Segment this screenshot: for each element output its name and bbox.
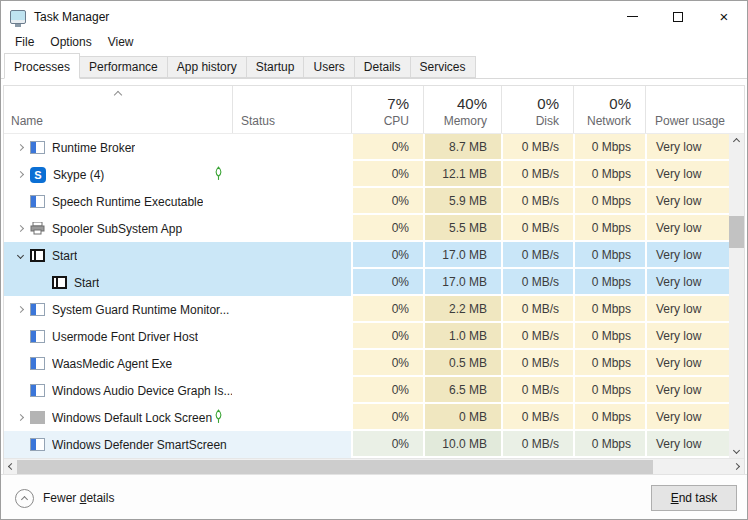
disk-cell[interactable]: 0 MB/s xyxy=(501,350,573,377)
power-cell[interactable]: Very low xyxy=(645,350,731,377)
disk-cell[interactable]: 0 MB/s xyxy=(501,215,573,242)
table-row[interactable]: S Skype (4) 0% 12.1 MB 0 MB/s 0 Mbps Ver… xyxy=(4,161,729,188)
status-cell[interactable] xyxy=(232,188,351,215)
tab-processes[interactable]: Processes xyxy=(4,53,80,79)
table-row[interactable]: Windows Audio Device Graph Is... 0% 6.5 … xyxy=(4,377,729,404)
network-cell[interactable]: 0 Mbps xyxy=(573,350,645,377)
network-cell[interactable]: 0 Mbps xyxy=(573,296,645,323)
cpu-cell[interactable]: 0% xyxy=(351,134,423,161)
memory-cell[interactable]: 12.1 MB xyxy=(423,161,501,188)
status-cell[interactable] xyxy=(232,323,351,350)
scroll-down-button[interactable] xyxy=(729,443,744,458)
status-cell[interactable] xyxy=(232,269,351,296)
name-cell[interactable]: Usermode Font Driver Host xyxy=(4,323,232,350)
status-cell[interactable] xyxy=(232,161,351,188)
status-cell[interactable] xyxy=(232,404,351,431)
disk-cell[interactable]: 0 MB/s xyxy=(501,323,573,350)
cpu-cell[interactable]: 0% xyxy=(351,323,423,350)
tab-details[interactable]: Details xyxy=(354,56,411,78)
column-header-cpu[interactable]: 7% CPU xyxy=(351,86,423,133)
name-cell[interactable]: S Skype (4) xyxy=(4,161,232,188)
tab-users[interactable]: Users xyxy=(303,56,354,78)
cpu-cell[interactable]: 0% xyxy=(351,215,423,242)
network-cell[interactable]: 0 Mbps xyxy=(573,269,645,296)
power-cell[interactable]: Very low xyxy=(645,134,731,161)
name-cell[interactable]: WaasMedic Agent Exe xyxy=(4,350,232,377)
fewer-details-toggle[interactable]: Fewer details xyxy=(43,491,114,505)
end-task-button[interactable]: End task xyxy=(651,485,737,511)
network-cell[interactable]: 0 Mbps xyxy=(573,431,645,458)
name-cell[interactable]: System Guard Runtime Monitor... xyxy=(4,296,232,323)
expand-chevron-icon[interactable] xyxy=(10,307,30,312)
status-cell[interactable] xyxy=(232,350,351,377)
close-button[interactable]: × xyxy=(701,1,747,32)
expand-chevron-icon[interactable] xyxy=(10,415,30,420)
power-cell[interactable]: Very low xyxy=(645,404,731,431)
table-row[interactable]: Usermode Font Driver Host 0% 1.0 MB 0 MB… xyxy=(4,323,729,350)
table-row[interactable]: System Guard Runtime Monitor... 0% 2.2 M… xyxy=(4,296,729,323)
maximize-button[interactable] xyxy=(655,1,701,32)
table-row[interactable]: Spooler SubSystem App 0% 5.5 MB 0 MB/s 0… xyxy=(4,215,729,242)
name-cell[interactable]: Start xyxy=(4,242,232,269)
table-row-hovered[interactable]: Windows Defender SmartScreen 0% 10.0 MB … xyxy=(4,431,729,458)
memory-cell[interactable]: 0 MB xyxy=(423,404,501,431)
status-cell[interactable] xyxy=(232,377,351,404)
name-cell[interactable]: Spooler SubSystem App xyxy=(4,215,232,242)
memory-cell[interactable]: 6.5 MB xyxy=(423,377,501,404)
memory-cell[interactable]: 5.5 MB xyxy=(423,215,501,242)
table-row[interactable]: WaasMedic Agent Exe 0% 0.5 MB 0 MB/s 0 M… xyxy=(4,350,729,377)
table-row[interactable]: Runtime Broker 0% 8.7 MB 0 MB/s 0 Mbps V… xyxy=(4,134,729,161)
disk-cell[interactable]: 0 MB/s xyxy=(501,134,573,161)
network-cell[interactable]: 0 Mbps xyxy=(573,161,645,188)
expand-chevron-icon[interactable] xyxy=(10,226,30,231)
minimize-button[interactable] xyxy=(609,1,655,32)
status-cell[interactable] xyxy=(232,242,351,269)
collapse-chevron-icon[interactable] xyxy=(10,253,30,258)
power-cell[interactable]: Very low xyxy=(645,215,731,242)
memory-cell[interactable]: 2.2 MB xyxy=(423,296,501,323)
disk-cell[interactable]: 0 MB/s xyxy=(501,269,573,296)
table-row[interactable]: Speech Runtime Executable 0% 5.9 MB 0 MB… xyxy=(4,188,729,215)
name-cell[interactable]: Start xyxy=(4,269,232,296)
network-cell[interactable]: 0 Mbps xyxy=(573,404,645,431)
network-cell[interactable]: 0 Mbps xyxy=(573,134,645,161)
power-cell[interactable]: Very low xyxy=(645,377,731,404)
disk-cell[interactable]: 0 MB/s xyxy=(501,377,573,404)
column-header-power-usage[interactable]: Power usage xyxy=(645,86,731,133)
name-cell[interactable]: Windows Defender SmartScreen xyxy=(4,431,232,458)
network-cell[interactable]: 0 Mbps xyxy=(573,242,645,269)
cpu-cell[interactable]: 0% xyxy=(351,377,423,404)
table-row-selected[interactable]: Start 0% 17.0 MB 0 MB/s 0 Mbps Very low xyxy=(4,242,729,269)
power-cell[interactable]: Very low xyxy=(645,431,731,458)
memory-cell[interactable]: 0.5 MB xyxy=(423,350,501,377)
scroll-up-button[interactable] xyxy=(729,134,744,149)
cpu-cell[interactable]: 0% xyxy=(351,431,423,458)
menu-view[interactable]: View xyxy=(101,33,143,52)
power-cell[interactable]: Very low xyxy=(645,269,731,296)
cpu-cell[interactable]: 0% xyxy=(351,161,423,188)
power-cell[interactable]: Very low xyxy=(645,296,731,323)
memory-cell[interactable]: 8.7 MB xyxy=(423,134,501,161)
cpu-cell[interactable]: 0% xyxy=(351,350,423,377)
vertical-scrollbar-thumb[interactable] xyxy=(729,216,744,248)
column-header-memory[interactable]: 40% Memory xyxy=(423,86,501,133)
power-cell[interactable]: Very low xyxy=(645,323,731,350)
column-header-network[interactable]: 0% Network xyxy=(573,86,645,133)
scroll-right-button[interactable] xyxy=(729,459,744,474)
network-cell[interactable]: 0 Mbps xyxy=(573,215,645,242)
name-cell[interactable]: Runtime Broker xyxy=(4,134,232,161)
memory-cell[interactable]: 5.9 MB xyxy=(423,188,501,215)
disk-cell[interactable]: 0 MB/s xyxy=(501,296,573,323)
column-header-name[interactable]: Name xyxy=(4,86,232,133)
column-header-disk[interactable]: 0% Disk xyxy=(501,86,573,133)
cpu-cell[interactable]: 0% xyxy=(351,296,423,323)
status-cell[interactable] xyxy=(232,431,351,458)
memory-cell[interactable]: 17.0 MB xyxy=(423,269,501,296)
expand-chevron-icon[interactable] xyxy=(10,145,30,150)
status-cell[interactable] xyxy=(232,296,351,323)
menu-file[interactable]: File xyxy=(8,33,43,52)
cpu-cell[interactable]: 0% xyxy=(351,269,423,296)
tab-performance[interactable]: Performance xyxy=(79,56,168,78)
power-cell[interactable]: Very low xyxy=(645,161,731,188)
tab-services[interactable]: Services xyxy=(410,56,476,78)
